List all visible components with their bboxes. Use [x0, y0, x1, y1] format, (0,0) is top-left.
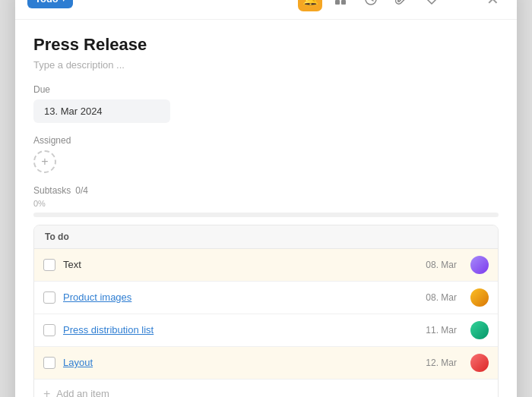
subtask-name[interactable]: Layout — [63, 357, 418, 368]
assigned-field-row: Assigned + — [33, 135, 499, 173]
add-item-plus-icon: + — [43, 387, 50, 398]
bell-icon[interactable]: 🔔 — [298, 0, 322, 11]
add-assignee-button[interactable]: + — [33, 150, 56, 173]
tag-icon[interactable] — [420, 0, 444, 11]
task-title: Press Release — [33, 35, 499, 55]
subtask-name: Text — [63, 259, 418, 270]
header-icons: 🔔 ✕ — [298, 0, 505, 11]
more-icon[interactable] — [450, 0, 474, 11]
add-item-row[interactable]: + Add an item — [34, 380, 498, 398]
svg-rect-3 — [341, 0, 346, 5]
task-description[interactable]: Type a description ... — [33, 59, 499, 71]
subtask-date: 11. Mar — [426, 325, 457, 336]
table-row: Layout 12. Mar — [34, 347, 498, 380]
attachment-icon[interactable] — [389, 0, 413, 11]
subtask-name[interactable]: Press distribution list — [63, 324, 418, 336]
chevron-down-icon: ▾ — [62, 0, 65, 3]
close-icon[interactable]: ✕ — [480, 0, 505, 11]
due-date[interactable]: 13. Mar 2024 — [33, 99, 170, 123]
subtask-checkbox[interactable] — [43, 291, 55, 304]
task-modal: Todo ▾ 🔔 ✕ Press Release Typ — [15, 0, 517, 397]
subtask-checkbox[interactable] — [43, 357, 55, 369]
table-row: Press distribution list 11. Mar — [34, 314, 498, 347]
due-label: Due — [33, 84, 499, 95]
status-badge[interactable]: Todo ▾ — [27, 0, 73, 8]
table-row: Text 08. Mar — [34, 249, 498, 282]
status-label: Todo — [35, 0, 59, 5]
table-row: Product images 08. Mar — [34, 282, 498, 314]
avatar — [470, 288, 489, 307]
svg-point-4 — [366, 0, 376, 5]
subtask-date: 08. Mar — [426, 292, 457, 303]
subtask-date: 12. Mar — [426, 358, 457, 368]
subtasks-table: To do Text 08. Mar Product images 08. Ma… — [33, 225, 499, 398]
subtask-name[interactable]: Product images — [63, 291, 418, 303]
avatar — [470, 354, 489, 372]
subtask-checkbox[interactable] — [43, 324, 55, 336]
progress-bar — [33, 213, 499, 217]
table-header: To do — [34, 225, 498, 249]
subtasks-count: 0/4 — [75, 185, 88, 196]
svg-rect-2 — [335, 0, 340, 5]
avatar — [470, 256, 489, 274]
subtask-checkbox[interactable] — [43, 259, 55, 271]
assigned-label: Assigned — [33, 135, 499, 146]
subtask-date: 08. Mar — [426, 260, 457, 270]
table-icon[interactable] — [328, 0, 353, 11]
modal-body: Press Release Type a description ... Due… — [15, 20, 517, 398]
clock-icon[interactable] — [359, 0, 383, 11]
due-field-row: Due 13. Mar 2024 — [33, 84, 499, 123]
subtasks-section: Subtasks 0/4 — [33, 185, 499, 196]
avatar — [470, 321, 489, 339]
progress-label: 0% — [33, 199, 499, 208]
add-item-label: Add an item — [56, 388, 109, 397]
subtasks-label: Subtasks — [33, 185, 71, 196]
modal-header: Todo ▾ 🔔 ✕ — [15, 0, 517, 20]
